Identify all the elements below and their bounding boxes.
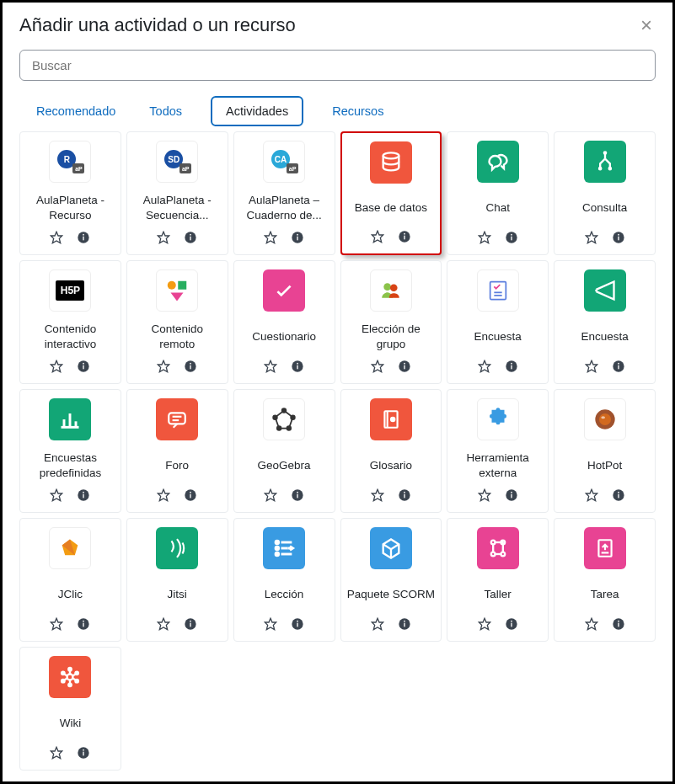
svg-point-126 [404,621,405,622]
activity-card[interactable]: Taller [447,518,549,642]
activity-card[interactable]: H5PContenido interactivo [19,260,121,384]
star-icon[interactable] [50,617,63,634]
activity-card[interactable]: Lección [233,518,335,642]
star-icon[interactable] [50,231,63,248]
wiki-icon [49,656,91,698]
activity-card[interactable]: RaPAulaPlaneta - Recurso [19,131,121,255]
card-actions [264,617,304,634]
tab-recomendado[interactable]: Recomendado [31,96,121,126]
star-icon[interactable] [371,617,384,634]
activity-card[interactable]: Tarea [554,518,656,642]
star-icon[interactable] [478,231,491,248]
search-input[interactable] [19,50,656,81]
activity-card[interactable]: Encuestas predefinidas [19,389,121,513]
activity-card[interactable]: Consulta [554,131,656,255]
info-icon[interactable] [505,617,518,634]
star-icon[interactable] [50,746,63,763]
star-icon[interactable] [264,488,277,505]
info-icon[interactable] [398,360,411,376]
svg-rect-49 [490,282,506,300]
star-icon[interactable] [585,488,598,505]
info-icon[interactable] [184,360,197,376]
info-icon[interactable] [505,360,518,376]
info-icon[interactable] [612,617,625,634]
svg-point-114 [276,547,279,550]
activity-label: Encuesta [473,318,523,355]
info-icon[interactable] [398,488,411,505]
info-icon[interactable] [184,488,197,505]
activity-card[interactable]: Cuestionario [233,260,335,384]
info-icon[interactable] [612,231,625,248]
star-icon[interactable] [478,360,491,376]
tab-recursos[interactable]: Recursos [327,96,388,126]
star-icon[interactable] [371,360,384,376]
info-icon[interactable] [77,360,90,376]
group-icon [370,269,412,312]
activity-card[interactable]: SDaPAulaPlaneta - Secuencia... [126,131,228,255]
activity-label: AulaPlaneta – Cuaderno de... [238,189,331,226]
star-icon[interactable] [585,617,598,634]
star-icon[interactable] [157,488,170,505]
activity-card[interactable]: GeoGebra [233,389,335,513]
activity-card[interactable]: Jitsi [126,518,228,642]
shapes-icon [156,269,198,312]
svg-point-38 [190,363,191,365]
info-icon[interactable] [291,360,304,376]
glossary-icon [370,398,412,440]
svg-point-12 [383,152,399,158]
info-icon[interactable] [184,617,197,634]
card-actions [50,488,90,505]
info-icon[interactable] [291,617,304,634]
activity-card[interactable]: Paquete SCORM [340,518,442,642]
info-icon[interactable] [612,488,625,505]
activity-card[interactable]: Base de datos [340,131,442,255]
star-icon[interactable] [157,231,170,248]
star-icon[interactable] [371,488,384,505]
activity-card[interactable]: Herramienta externa [447,389,549,513]
star-icon[interactable] [157,617,170,634]
activity-card[interactable]: Glosario [340,389,442,513]
scorm-icon [370,527,412,569]
info-icon[interactable] [398,230,411,247]
info-icon[interactable] [398,617,411,634]
info-icon[interactable] [184,231,197,248]
star-icon[interactable] [585,231,598,248]
info-icon[interactable] [77,488,90,505]
tab-actividades[interactable]: Actividades [211,96,303,126]
activity-card[interactable]: Foro [126,389,228,513]
info-icon[interactable] [77,231,90,248]
activity-card[interactable]: Contenido remoto [126,260,228,384]
info-icon[interactable] [77,617,90,634]
star-icon[interactable] [157,360,170,376]
info-icon[interactable] [77,746,90,763]
info-icon[interactable] [291,488,304,505]
jitsi-icon [156,527,198,569]
activity-card[interactable]: CAaPAulaPlaneta – Cuaderno de... [233,131,335,255]
star-icon[interactable] [50,488,63,505]
activity-card[interactable]: Elección de grupo [340,260,442,384]
activity-card[interactable]: Encuesta [554,260,656,384]
info-icon[interactable] [612,360,625,376]
star-icon[interactable] [264,231,277,248]
info-icon[interactable] [505,231,518,248]
star-icon[interactable] [371,230,384,247]
activity-card[interactable]: Chat [447,131,549,255]
star-icon[interactable] [585,360,598,376]
ap-r-icon: RaP [49,141,91,183]
info-icon[interactable] [505,488,518,505]
star-icon[interactable] [478,488,491,505]
activity-card[interactable]: HotPot [554,389,656,513]
star-icon[interactable] [478,617,491,634]
activity-card[interactable]: JClic [19,518,121,642]
activity-card[interactable]: Encuesta [447,260,549,384]
svg-point-88 [391,418,394,421]
close-icon[interactable]: × [637,15,656,35]
activity-card[interactable]: Wiki [19,647,121,771]
info-icon[interactable] [291,231,304,248]
star-icon[interactable] [50,360,63,376]
tab-todos[interactable]: Todos [144,96,187,126]
star-icon[interactable] [264,617,277,634]
star-icon[interactable] [264,360,277,376]
svg-point-127 [491,541,496,545]
svg-point-98 [599,413,611,425]
